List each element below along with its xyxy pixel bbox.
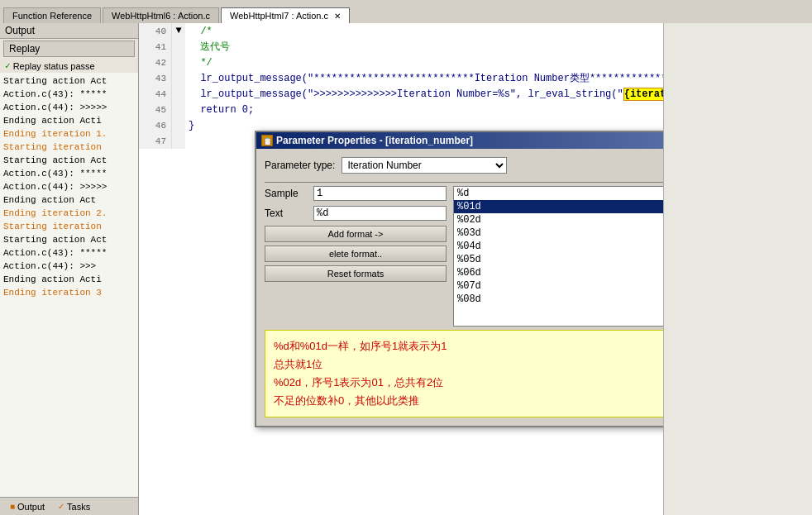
line-code: lr_output_message("*********************…: [185, 70, 663, 86]
sample-label: Sample: [265, 188, 310, 199]
log-line: Starting action Act: [3, 233, 135, 246]
ide-container: Function Reference WebHttpHtml6 : Action…: [0, 0, 812, 515]
divider: [265, 182, 663, 183]
code-line: 41 迭代号: [139, 39, 663, 55]
dialog-title-bar: 📋 Parameter Properties - [iteration_numb…: [256, 132, 663, 149]
format-list-item[interactable]: %02d: [454, 213, 663, 227]
tab-output[interactable]: ■ Output: [3, 500, 51, 513]
left-panel: Output Replay ✓ Replay status passe Star…: [0, 23, 139, 515]
param-type-row: Parameter type: Iteration Number Date/Ti…: [265, 157, 663, 174]
right-panel: [663, 23, 812, 515]
log-line: Ending iteration 1.: [3, 127, 135, 141]
line-code: return 0;: [185, 102, 254, 117]
line-number: 46: [139, 117, 172, 133]
format-list-item[interactable]: %01d: [454, 200, 663, 213]
status-check-icon: ✓: [5, 60, 11, 71]
line-code: }: [185, 117, 194, 133]
add-format-button[interactable]: Add format ->: [265, 226, 447, 242]
format-list-item[interactable]: %d: [454, 187, 663, 200]
format-list-item[interactable]: %07d: [454, 279, 663, 293]
text-input[interactable]: [313, 206, 447, 221]
line-number: 44: [139, 86, 172, 102]
tab-tasks[interactable]: ✓ Tasks: [51, 500, 97, 513]
param-type-label: Parameter type:: [265, 160, 335, 171]
parameter-properties-dialog: 📋 Parameter Properties - [iteration_numb…: [255, 131, 663, 427]
two-col-layout: Sample Text: [265, 186, 663, 327]
dialog-overlay: 📋 Parameter Properties - [iteration_numb…: [255, 131, 663, 427]
log-line: Ending iteration 3: [3, 286, 135, 299]
code-line: 40▼ /*: [139, 23, 663, 39]
format-list-item[interactable]: %03d: [454, 227, 663, 240]
line-number: 40: [139, 23, 172, 39]
code-line: 42 */: [139, 55, 663, 70]
fold-icon: [172, 102, 185, 117]
tab-bar: Function Reference WebHttpHtml6 : Action…: [0, 0, 812, 23]
log-line: Starting iteration: [3, 141, 135, 154]
sample-row: Sample: [265, 186, 447, 201]
fold-icon: [172, 133, 185, 149]
code-line: 43 lr_output_message("******************…: [139, 70, 663, 86]
code-editor[interactable]: 40▼ /*41 迭代号42 */43 lr_output_message("*…: [139, 23, 663, 515]
fold-icon: [172, 55, 185, 70]
log-line: Action.c(44): >>>>>: [3, 101, 135, 114]
sample-input[interactable]: [313, 186, 447, 201]
reset-formats-button[interactable]: Reset formats: [265, 265, 447, 282]
format-list-item[interactable]: %08d: [454, 293, 663, 306]
log-line: Action.c(43): *****: [3, 246, 135, 260]
output-header: Output: [0, 23, 138, 39]
log-line: Action.c(43): *****: [3, 88, 135, 101]
line-code: [185, 133, 189, 149]
log-line: Starting action Act: [3, 74, 135, 88]
replay-button[interactable]: Replay: [3, 41, 135, 57]
btn-row: Add format -> elete format.. Reset forma…: [265, 226, 447, 282]
line-code: 迭代号: [185, 39, 230, 55]
replay-status: ✓ Replay status passe: [0, 59, 138, 73]
log-line: Ending action Acti: [3, 273, 135, 286]
text-label: Text: [265, 207, 310, 219]
fold-icon: [172, 117, 185, 133]
dialog-body: Parameter type: Iteration Number Date/Ti…: [256, 149, 663, 426]
log-line: Ending action Act: [3, 193, 135, 207]
line-number: 43: [139, 70, 172, 86]
log-line: Action.c(44): >>>: [3, 260, 135, 273]
log-line: Ending iteration 2.: [3, 207, 135, 220]
log-line: Starting iteration: [3, 220, 135, 233]
param-type-select[interactable]: Iteration Number Date/Time Random Number…: [342, 157, 507, 174]
log-line: Action.c(44): >>>>>: [3, 180, 135, 193]
tab-close-icon[interactable]: ✕: [334, 12, 341, 21]
log-line: Action.c(43): *****: [3, 167, 135, 180]
tab-webhttphtml6[interactable]: WebHttpHtml6 : Action.c: [103, 7, 219, 23]
tab-function-reference[interactable]: Function Reference: [3, 7, 101, 23]
format-list-item[interactable]: %06d: [454, 266, 663, 279]
format-list-item[interactable]: %04d: [454, 240, 663, 253]
line-number: 41: [139, 39, 172, 55]
annotation-box: %d和%01d一样，如序号1就表示为1 总共就1位 %02d，序号1表示为01，…: [265, 330, 663, 417]
log-line: Starting action Act: [3, 154, 135, 167]
line-number: 47: [139, 133, 172, 149]
output-section: Output Replay ✓ Replay status passe Star…: [0, 23, 138, 497]
fold-icon: ▼: [172, 23, 185, 39]
fold-icon: [172, 39, 185, 55]
fold-icon: [172, 86, 185, 102]
line-number: 45: [139, 102, 172, 117]
log-line: Ending action Acti: [3, 114, 135, 127]
code-line: 45 return 0;: [139, 102, 663, 117]
dialog-icon: 📋: [261, 135, 273, 146]
line-code: */: [185, 55, 213, 70]
bottom-tabs: ■ Output ✓ Tasks: [0, 497, 138, 515]
text-row: Text: [265, 206, 447, 221]
line-code: lr_output_message(">>>>>>>>>>>>>>Iterati…: [185, 86, 663, 102]
format-list-item[interactable]: %05d: [454, 253, 663, 266]
output-tab-icon: ■: [10, 502, 15, 511]
fold-icon: [172, 70, 185, 86]
left-col: Sample Text: [265, 186, 447, 327]
line-code: /*: [185, 23, 213, 39]
code-line: 44 lr_output_message(">>>>>>>>>>>>>>Iter…: [139, 86, 663, 102]
right-col: %d%01d%02d%03d%04d%05d%06d%07d%08d: [453, 186, 663, 327]
tab-webhttphtml7[interactable]: WebHttpHtml7 : Action.c ✕: [221, 7, 350, 23]
editor-area: 40▼ /*41 迭代号42 */43 lr_output_message("*…: [139, 23, 812, 515]
delete-format-button[interactable]: elete format..: [265, 246, 447, 262]
format-list[interactable]: %d%01d%02d%03d%04d%05d%06d%07d%08d: [453, 186, 663, 327]
line-number: 42: [139, 55, 172, 70]
output-log: Starting action ActAction.c(43): *****Ac…: [0, 73, 138, 497]
